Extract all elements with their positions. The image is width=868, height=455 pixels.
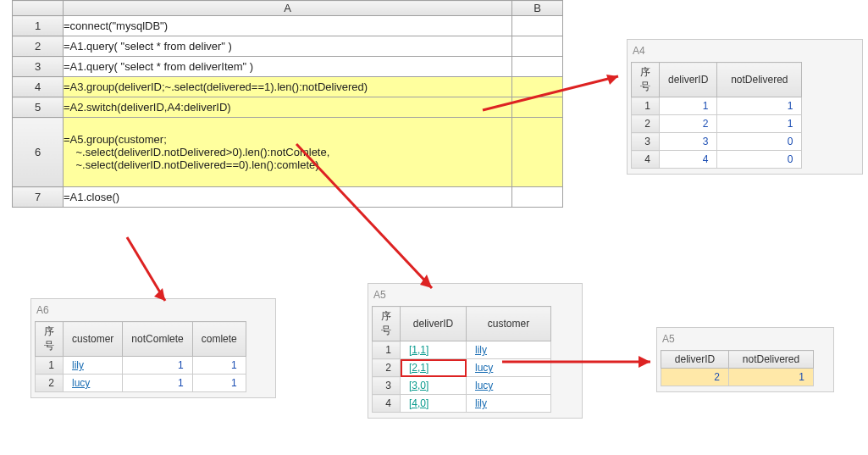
result-a4-table: 序号 deliverID notDelivered 111221330440 (631, 62, 802, 169)
result-a5: A5 序号 deliverID customer 1[1,1]lily2[2,1… (368, 283, 583, 419)
a5d-deliverid: 2 (661, 369, 729, 386)
a5-hdr-idx: 序号 (373, 307, 401, 341)
table-row: 3[3,0]lucy (373, 377, 551, 395)
a4-hdr-notdelivered: notDelivered (717, 63, 802, 97)
result-a5-detail: A5 deliverID notDelivered 2 1 (656, 327, 834, 392)
row-header-1[interactable]: 1 (13, 16, 64, 36)
svg-line-4 (127, 237, 165, 301)
result-a5-table: 序号 deliverID customer 1[1,1]lily2[2,1]lu… (372, 306, 551, 413)
cell-A7[interactable]: =A1.close() (64, 187, 512, 208)
row-header-2[interactable]: 2 (13, 36, 64, 57)
cell-B1[interactable] (512, 16, 563, 36)
a6-hdr-notcomlete: notComlete (123, 322, 192, 357)
row-header-7[interactable]: 7 (13, 187, 64, 208)
table-row: 330 (632, 133, 802, 151)
a5d-row: 2 1 (661, 369, 814, 386)
row-header-3[interactable]: 3 (13, 57, 64, 77)
cell-A2[interactable]: =A1.query( "select * from deliver" ) (64, 36, 512, 57)
corner-cell (13, 1, 64, 16)
result-a4: A4 序号 deliverID notDelivered 11122133044… (627, 39, 863, 175)
col-header-B[interactable]: B (512, 1, 563, 16)
result-a4-label: A4 (631, 43, 859, 62)
table-row: 2lucy11 (36, 375, 246, 392)
a5d-hdr-deliverid: deliverID (661, 351, 729, 369)
a6-hdr-comlete: comlete (192, 322, 246, 357)
result-a6: A6 序号 customer notComlete comlete 1lily1… (30, 298, 276, 398)
result-a5d-table: deliverID notDelivered 2 1 (661, 350, 814, 386)
result-a6-label: A6 (35, 302, 272, 321)
cell-A6[interactable]: =A5.group(customer; ~.select(deliverID.n… (64, 118, 512, 187)
cell-B4[interactable] (512, 77, 563, 97)
table-row: 440 (632, 151, 802, 169)
svg-marker-1 (606, 75, 618, 85)
table-row: 4[4,0]lily (373, 395, 551, 413)
table-row: 1[1,1]lily (373, 341, 551, 359)
a5d-hdr-notdelivered: notDelivered (729, 351, 814, 369)
cell-B3[interactable] (512, 57, 563, 77)
cell-A1[interactable]: =connect("mysqlDB") (64, 16, 512, 36)
a6-hdr-idx: 序号 (36, 322, 64, 357)
code-grid[interactable]: A B 1=connect("mysqlDB")2=A1.query( "sel… (12, 0, 563, 208)
a5d-notdelivered: 1 (729, 369, 814, 386)
a6-hdr-customer: customer (64, 322, 123, 357)
a4-hdr-idx: 序号 (632, 63, 660, 97)
result-a5-label: A5 (372, 287, 578, 306)
cell-B6[interactable] (512, 118, 563, 187)
row-header-6[interactable]: 6 (13, 118, 64, 187)
table-row: 2[2,1]lucy (373, 359, 551, 377)
cell-B5[interactable] (512, 97, 563, 118)
cell-B2[interactable] (512, 36, 563, 57)
result-a6-table: 序号 customer notComlete comlete 1lily112l… (35, 321, 246, 392)
cell-A5[interactable]: =A2.switch(deliverID,A4:deliverID) (64, 97, 512, 118)
table-row: 111 (632, 97, 802, 115)
col-header-A[interactable]: A (64, 1, 512, 16)
row-header-5[interactable]: 5 (13, 97, 64, 118)
table-row: 221 (632, 115, 802, 133)
cell-A3[interactable]: =A1.query( "select * from deliverItem" ) (64, 57, 512, 77)
table-row: 1lily11 (36, 357, 246, 375)
cell-A4[interactable]: =A3.group(deliverID;~.select(delivered==… (64, 77, 512, 97)
a5-hdr-deliverid: deliverID (401, 307, 467, 341)
cell-B7[interactable] (512, 187, 563, 208)
svg-marker-7 (639, 356, 650, 368)
result-a5d-label: A5 (661, 331, 830, 350)
a4-hdr-deliverid: deliverID (660, 63, 717, 97)
row-header-4[interactable]: 4 (13, 77, 64, 97)
a5-hdr-customer: customer (467, 307, 551, 341)
